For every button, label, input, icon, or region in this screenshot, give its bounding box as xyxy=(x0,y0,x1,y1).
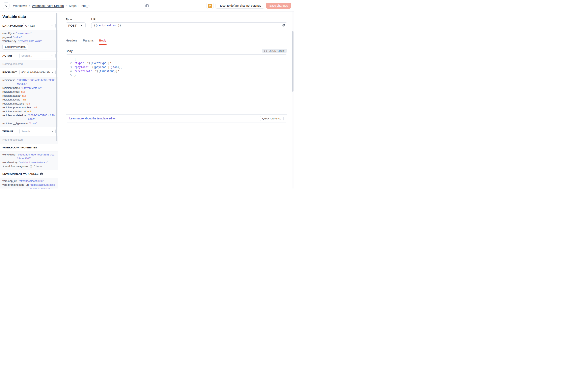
commit-changes-button[interactable] xyxy=(206,3,214,9)
editor-footer: Learn more about the template editor Qui… xyxy=(66,114,287,122)
variable-row: recipient.name"Steven Metz Sr." xyxy=(2,86,56,90)
workflow-categories-row[interactable]: workflow.categories [ ] 0 items xyxy=(2,164,56,168)
sidebar-layout-icon xyxy=(145,4,149,7)
code-line: 5} xyxy=(66,73,287,77)
recipient-select[interactable]: 80f1f4bf-166d-48f9-b33c xyxy=(19,70,56,75)
url-input[interactable]: {{recipient.url}} xyxy=(91,22,287,28)
open-url-editor-button[interactable] xyxy=(282,24,285,27)
request-config-row: Type POST URL {{recipient.url}} xyxy=(66,18,287,28)
variable-key: recipient.timezone xyxy=(2,102,24,106)
code-line: 2"type": "{{eventType}}", xyxy=(66,61,287,65)
breadcrumb-separator: › xyxy=(79,4,80,7)
variable-row: vars.branding.logo_url"https://account-a… xyxy=(2,183,56,188)
quick-reference-button[interactable]: Quick reference xyxy=(260,116,284,121)
variable-key: vars.branding.logo_url xyxy=(2,183,29,187)
variable-value: "webhook-event-stream" xyxy=(19,161,56,165)
code-text: "payload": {{payload | json}}, xyxy=(74,65,122,69)
language-badge: < > JSON (Liquid) xyxy=(262,49,287,53)
code-editor[interactable]: 1{2"type": "{{eventType}}",3"payload": {… xyxy=(66,55,287,77)
edit-preview-data-button[interactable]: Edit preview data xyxy=(2,44,28,49)
variable-data-sidebar: Variable data DATA PAYLOAD API Call even… xyxy=(0,12,58,188)
code-text: "type": "{{eventType}}", xyxy=(74,61,113,65)
actor-search-placeholder: Search... xyxy=(21,54,50,57)
breadcrumb-item[interactable]: Webhook Event Stream xyxy=(32,4,64,7)
variable-value: "value" xyxy=(13,35,56,39)
categories-count: 0 items xyxy=(34,164,42,168)
code-brackets-icon: < > xyxy=(264,50,268,52)
actor-search-combobox[interactable]: Search... xyxy=(19,53,56,59)
workflow-rows: workflow.id"e91ddae4-7f99-45cb-a688-3c12… xyxy=(2,153,56,165)
variable-key: vars.app_url xyxy=(2,179,17,183)
variable-key: recipient.id xyxy=(2,78,15,82)
variable-value: null xyxy=(22,98,56,102)
variable-row: recipient.updated_at"2024-03-05T00:42:29… xyxy=(2,113,56,121)
variable-row: recipient.phone_numbernull xyxy=(2,106,56,110)
tab-headers[interactable]: Headers xyxy=(66,39,78,45)
actor-empty-panel: Nothing selected xyxy=(0,60,58,68)
template-editor-docs-link[interactable]: Learn more about the template editor xyxy=(69,117,116,120)
variable-row: payload"value" xyxy=(2,35,56,39)
preview-rows: eventType"server:alert"payload"value"var… xyxy=(2,31,56,43)
categories-key: workflow.categories xyxy=(5,164,28,168)
variable-row: eventType"server:alert" xyxy=(2,31,56,35)
variable-value: "Preview data value" xyxy=(18,39,56,43)
main-scrollbar-thumb[interactable] xyxy=(292,31,294,92)
variable-key: workflow.key xyxy=(2,161,18,165)
tenant-search-combobox[interactable]: Search... xyxy=(19,129,56,134)
variable-key: recipient.avatar xyxy=(2,94,21,98)
toggle-sidebar-button[interactable] xyxy=(144,3,150,9)
variable-key: payload xyxy=(2,35,12,39)
tenant-empty-text: Nothing selected xyxy=(2,138,23,141)
code-line: 1{ xyxy=(66,57,287,61)
variable-value: "e91ddae4-7f99-45cb-a688-3c129aae3105" xyxy=(17,153,56,161)
body-section-header: Body < > JSON (Liquid) xyxy=(66,49,287,53)
method-select-value: POST xyxy=(68,24,77,27)
variable-value: null xyxy=(22,94,56,98)
breadcrumb-item: http_1 xyxy=(81,4,90,7)
tab-body[interactable]: Body xyxy=(99,39,106,45)
code-text: "createdAt": "{{timestamp}}" xyxy=(74,69,119,73)
recipient-rows: recipient.id"80f1f4bf-166d-48f9-b33c-390… xyxy=(2,78,56,125)
variable-value: "User" xyxy=(29,121,56,125)
variable-value: null xyxy=(26,102,56,106)
sidebar-title: Variable data xyxy=(0,12,58,21)
variable-key: recipient.__typename xyxy=(2,121,28,125)
code-text: { xyxy=(74,57,76,61)
variable-row: workflow.id"e91ddae4-7f99-45cb-a688-3c12… xyxy=(2,153,56,161)
variable-row: workflow.key"webhook-event-stream" xyxy=(2,161,56,165)
tenant-row: TENANT Search... xyxy=(0,127,58,136)
breadcrumb-separator: › xyxy=(29,4,30,7)
sidebar-scrollbar-thumb[interactable] xyxy=(56,13,58,141)
variable-row: recipient.timezonenull xyxy=(2,102,56,106)
save-changes-button[interactable]: Save changes xyxy=(266,3,291,9)
tenant-empty-panel: Nothing selected xyxy=(0,136,58,144)
data-payload-value: API Call xyxy=(25,24,50,27)
back-button[interactable] xyxy=(3,2,10,9)
topbar: Workflows›Webhook Event Stream›Steps›htt… xyxy=(0,0,294,12)
variable-value: "https://account-assets.knock.app/42d161… xyxy=(30,183,56,188)
tab-params[interactable]: Params xyxy=(83,39,94,45)
actor-label: ACTOR xyxy=(2,54,12,57)
url-value: {{recipient.url}} xyxy=(94,24,121,27)
url-token: url xyxy=(113,24,118,27)
variable-value: "http://localhost:3000" xyxy=(19,179,56,183)
data-payload-select[interactable]: API Call xyxy=(23,23,56,28)
variable-key: recipient.created_at xyxy=(2,110,26,114)
recipient-data-panel: recipient.id"80f1f4bf-166d-48f9-b33c-390… xyxy=(0,77,58,127)
chevron-down-icon xyxy=(81,24,83,27)
environment-variables-panel: vars.app_url"http://localhost:3000"vars.… xyxy=(0,178,58,189)
variable-key: variableKey xyxy=(2,39,16,43)
data-payload-label: DATA PAYLOAD xyxy=(2,24,23,27)
external-link-icon xyxy=(282,24,285,27)
variable-value: "80f1f4bf-166d-48f9-b33c-39009df20bc3" xyxy=(17,78,56,86)
variable-row: recipient.emailnull xyxy=(2,90,56,94)
chevron-down-icon xyxy=(51,24,54,27)
environment-variables-label: ENVIRONMENT VARIABLES xyxy=(2,172,38,176)
type-label: Type xyxy=(66,18,86,21)
method-select[interactable]: POST xyxy=(66,22,86,28)
chevron-right-icon xyxy=(2,165,4,167)
environment-variables-header: ENVIRONMENT VARIABLES xyxy=(0,170,58,178)
reset-channel-settings-button[interactable]: Reset to default channel settings xyxy=(215,3,264,9)
workflow-properties-label: WORKFLOW PROPERTIES xyxy=(2,146,37,149)
info-icon[interactable] xyxy=(40,172,43,176)
